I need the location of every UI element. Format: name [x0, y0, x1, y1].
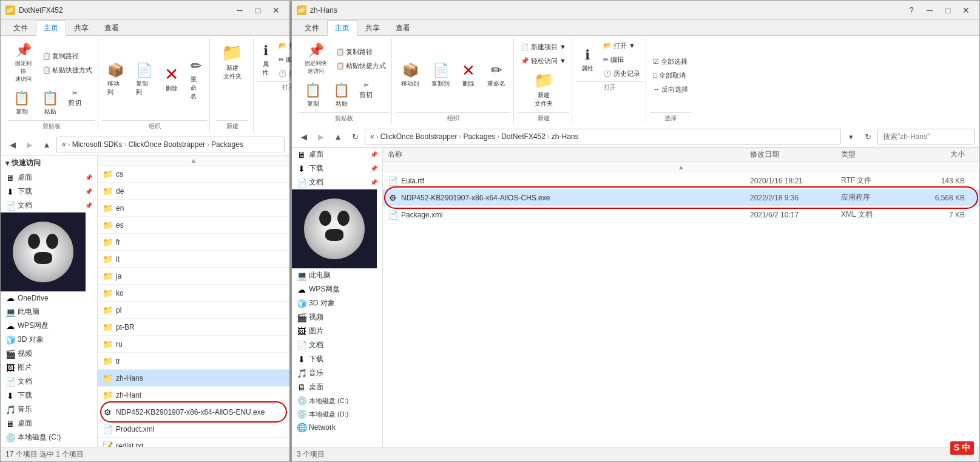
back-btn-left[interactable]: ◀	[5, 137, 20, 152]
sidebar-item-c-right[interactable]: 💿 本地磁盘 (C:)	[292, 394, 382, 407]
file-redist-txt[interactable]: 📝redist.txt	[98, 438, 289, 447]
sidebar-item-desk2-left[interactable]: 🖥 桌面	[1, 416, 97, 430]
tab-file-right[interactable]: 文件	[297, 20, 327, 36]
refresh-btn-right2[interactable]: ↻	[860, 129, 875, 144]
move-to-btn-left[interactable]: 📦 移动到	[102, 59, 129, 100]
history-btn-right[interactable]: 🕐 历史记录	[600, 67, 643, 80]
folder-zhhans[interactable]: 📁zh-Hans	[98, 370, 289, 387]
close-btn-right[interactable]: ✕	[958, 4, 975, 17]
sidebar-item-wps-left[interactable]: ☁ WPS网盘	[1, 319, 97, 333]
paste-btn-right[interactable]: 📋 粘贴	[328, 80, 355, 111]
new-item-btn-right[interactable]: 📄 新建项目 ▼	[518, 41, 569, 53]
rename-btn-left[interactable]: ✏ 重命名	[185, 55, 207, 104]
minimize-btn-right[interactable]: ─	[921, 4, 938, 17]
maximize-btn-right[interactable]: □	[939, 4, 956, 17]
pin-button-left[interactable]: 📌 固定到快 速访问	[8, 39, 38, 86]
tab-share-left[interactable]: 共享	[66, 20, 96, 36]
folder-pl[interactable]: 📁pl	[98, 302, 289, 319]
tab-share-right[interactable]: 共享	[357, 20, 388, 36]
properties-btn-right[interactable]: ℹ 属性	[576, 44, 599, 76]
move-to-btn-right[interactable]: 📦 移动到	[396, 59, 425, 91]
sidebar-item-dl-right[interactable]: ⬇ 下载 📌	[292, 161, 382, 175]
invert-btn-right[interactable]: ↔ 反向选择	[650, 83, 691, 96]
up-btn-left[interactable]: ▲	[39, 137, 54, 152]
sidebar-item-video-left[interactable]: 🎬 视频	[1, 347, 97, 361]
file-eula-rtf[interactable]: 📄 Eula.rtf 2020/1/16 18:21 RTF 文件 143 KB	[383, 172, 979, 189]
select-all-btn-right[interactable]: ☑ 全部选择	[650, 55, 691, 68]
help-btn-right[interactable]: ?	[903, 4, 920, 17]
file-ndp452-enu[interactable]: ⚙ NDP452-KB2901907-x86-x64-AllOS-ENU.exe	[98, 404, 289, 421]
tab-home-left[interactable]: 主页	[36, 20, 66, 36]
copy-path-btn-left[interactable]: 📋复制路径	[39, 50, 95, 63]
copy-to-btn-right[interactable]: 📄 复制到	[426, 59, 455, 91]
sidebar-item-d-right[interactable]: 💿 本地磁盘 (D:)	[292, 407, 382, 421]
new-folder-btn-left[interactable]: 📁 新建 文件夹	[216, 39, 248, 119]
copy-to-btn-left[interactable]: 📄 复制到	[130, 59, 158, 100]
sidebar-item-docs-left[interactable]: 📄 文档 📌	[1, 199, 97, 212]
file-ndp452-chs[interactable]: ⚙ NDP452-KB2901907-x86-x64-AllOS-CHS.exe…	[383, 189, 979, 206]
sidebar-item-music-right[interactable]: 🎵 音乐	[292, 366, 382, 380]
folder-ko[interactable]: 📁ko	[98, 285, 289, 302]
open-btn-right[interactable]: 📂 打开 ▼	[600, 39, 643, 52]
refresh-btn-right[interactable]: ↻	[348, 129, 362, 144]
search-input-right[interactable]	[877, 129, 975, 144]
folder-ja[interactable]: 📁ja	[98, 268, 289, 285]
sidebar-item-onedrive[interactable]: ☁ OneDrive	[1, 291, 97, 305]
sidebar-item-photo-left[interactable]: 🖼 图片	[1, 361, 97, 375]
cut-btn-left[interactable]: ✂剪切	[65, 87, 84, 119]
tab-file-left[interactable]: 文件	[5, 20, 36, 36]
sidebar-item-wps-right[interactable]: ☁ WPS网盘	[292, 282, 382, 296]
edit-btn-right[interactable]: ✏ 编辑	[600, 53, 643, 66]
deselect-all-btn-right[interactable]: □ 全部取消	[650, 69, 691, 82]
delete-btn-left[interactable]: ✕ 删除	[159, 63, 184, 96]
sidebar-item-desktop-left[interactable]: 🖥 桌面 📌	[1, 171, 97, 185]
sidebar-item-doc2-right[interactable]: 📄 文档	[292, 338, 382, 352]
sidebar-item-network[interactable]: 🌐 Network	[292, 421, 382, 434]
folder-es[interactable]: 📁es	[98, 217, 289, 234]
folder-cs[interactable]: 📁cs	[98, 166, 289, 183]
sidebar-item-c-left[interactable]: 💿 本地磁盘 (C:)	[1, 430, 97, 444]
quick-access-header[interactable]: ▾ 快速访问	[1, 155, 97, 171]
address-box-left[interactable]: « › Microsoft SDKs › ClickOnce Bootstrap…	[56, 137, 285, 152]
delete-btn-right[interactable]: ✕ 删除	[456, 59, 481, 91]
file-package-xml[interactable]: 📄 Package.xml 2021/6/2 10:17 XML 文档 7 KB	[383, 206, 979, 223]
paste-shortcut-btn-right[interactable]: 📋粘贴快捷方式	[333, 59, 389, 72]
folder-ptbr[interactable]: 📁pt-BR	[98, 319, 289, 336]
maximize-button[interactable]: □	[249, 4, 266, 17]
minimize-button[interactable]: ─	[231, 4, 248, 17]
tab-view-right[interactable]: 查看	[388, 20, 418, 36]
folder-zhhant[interactable]: 📁zh-Hant	[98, 387, 289, 404]
address-box-right[interactable]: « › ClickOnce Bootstrapper › Packages › …	[365, 129, 841, 144]
sidebar-item-pc-right[interactable]: 💻 此电脑	[292, 268, 382, 282]
folder-it[interactable]: 📁it	[98, 251, 289, 268]
sidebar-item-dl2-left[interactable]: ⬇ 下载	[1, 389, 97, 403]
dropdown-btn-right[interactable]: ▾	[843, 129, 858, 144]
folder-tr[interactable]: 📁tr	[98, 353, 289, 370]
back-btn-right[interactable]: ◀	[297, 129, 311, 144]
easy-access-btn-right[interactable]: 📌 轻松访问 ▼	[518, 55, 569, 67]
new-folder-btn-right[interactable]: 📁 新建 文件夹	[518, 68, 569, 111]
sidebar-item-desk2-right[interactable]: 🖥 桌面	[292, 380, 382, 394]
up-btn-right[interactable]: ▲	[331, 129, 345, 144]
tab-view-left[interactable]: 查看	[96, 20, 127, 36]
copy-path-btn-right[interactable]: 📋复制路径	[333, 46, 389, 58]
sidebar-item-video-right[interactable]: 🎬 视频	[292, 310, 382, 324]
forward-btn-left[interactable]: ▶	[22, 137, 37, 152]
copy-btn-right[interactable]: 📋 复制	[299, 80, 326, 111]
folder-ru[interactable]: 📁ru	[98, 336, 289, 353]
paste-shortcut-btn-left[interactable]: 📋粘贴快捷方式	[39, 64, 95, 76]
sidebar-item-downloads-left[interactable]: ⬇ 下载 📌	[1, 185, 97, 199]
copy-button-left[interactable]: 📋 复制	[8, 87, 35, 119]
sidebar-item-photo-right[interactable]: 🖼 图片	[292, 324, 382, 338]
sidebar-item-doc-right[interactable]: 📄 文档 📌	[292, 175, 382, 189]
file-product-xml[interactable]: 📄Product.xml	[98, 421, 289, 438]
folder-en[interactable]: 📁en	[98, 200, 289, 217]
sidebar-item-pc[interactable]: 💻 此电脑	[1, 305, 97, 319]
close-button[interactable]: ✕	[268, 4, 285, 17]
sidebar-item-music-left[interactable]: 🎵 音乐	[1, 403, 97, 416]
folder-fr[interactable]: 📁fr	[98, 234, 289, 251]
sidebar-item-doc2-left[interactable]: 📄 文档	[1, 375, 97, 389]
rename-btn-right[interactable]: ✏ 重命名	[482, 59, 511, 91]
tab-home-right[interactable]: 主页	[327, 20, 357, 36]
folder-de[interactable]: 📁de	[98, 183, 289, 200]
